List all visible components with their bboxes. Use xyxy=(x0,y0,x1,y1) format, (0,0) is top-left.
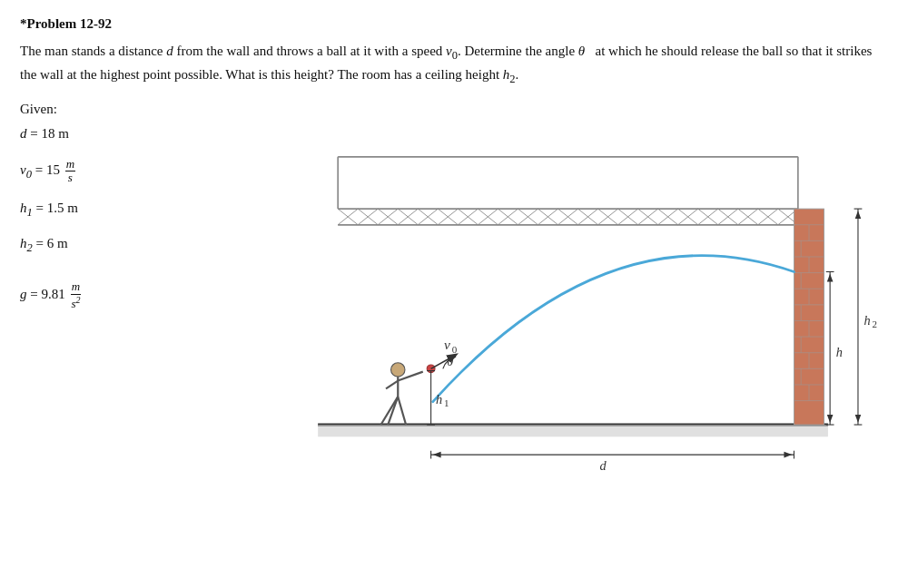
given-h1: h1 = 1.5 m xyxy=(20,201,238,220)
g-unit-num: m xyxy=(71,280,81,294)
page: *Problem 12-92 The man stands a distance… xyxy=(0,0,898,588)
h-label: h xyxy=(836,345,843,359)
given-v0: v0 = 15 m s xyxy=(20,158,238,185)
h2-subscript: 2 xyxy=(872,318,877,329)
content-area: d = 18 m v0 = 15 m s h1 = 1.5 m h2 = 6 m… xyxy=(20,124,878,579)
diagram-area: /* truss drawn below via polylines */ xyxy=(238,124,878,579)
problem-title: *Problem 12-92 xyxy=(20,16,878,32)
diagram-svg: /* truss drawn below via polylines */ xyxy=(238,124,878,579)
given-label: Given: xyxy=(20,102,878,117)
given-g: g = 9.81 m s2 xyxy=(20,280,238,310)
svg-marker-52 xyxy=(855,415,862,423)
svg-rect-2 xyxy=(318,425,828,436)
svg-marker-47 xyxy=(827,415,834,423)
problem-description: The man stands a distance d from the wal… xyxy=(20,41,878,89)
given-h2: h2 = 6 m xyxy=(20,236,238,255)
v0-unit-num: m xyxy=(65,158,75,172)
h1-subscript: 1 xyxy=(444,397,449,408)
v0-label: v xyxy=(444,337,450,352)
svg-marker-56 xyxy=(433,452,441,458)
theta-label: θ xyxy=(447,354,453,368)
svg-marker-46 xyxy=(827,273,834,281)
v0-unit-den: s xyxy=(67,172,74,184)
svg-marker-57 xyxy=(784,452,792,458)
given-values: d = 18 m v0 = 15 m s h1 = 1.5 m h2 = 6 m… xyxy=(20,124,238,579)
man-figure xyxy=(381,362,435,424)
g-unit-den: s2 xyxy=(70,295,81,311)
given-d: d = 18 m xyxy=(20,126,238,142)
d-label: d xyxy=(599,457,607,472)
v0-subscript: 0 xyxy=(452,343,458,354)
h1-label: h xyxy=(436,392,442,407)
svg-point-32 xyxy=(391,362,405,376)
svg-marker-51 xyxy=(855,211,862,219)
svg-line-34 xyxy=(386,380,398,388)
h2-label: h xyxy=(864,313,871,328)
svg-line-30 xyxy=(398,397,406,425)
